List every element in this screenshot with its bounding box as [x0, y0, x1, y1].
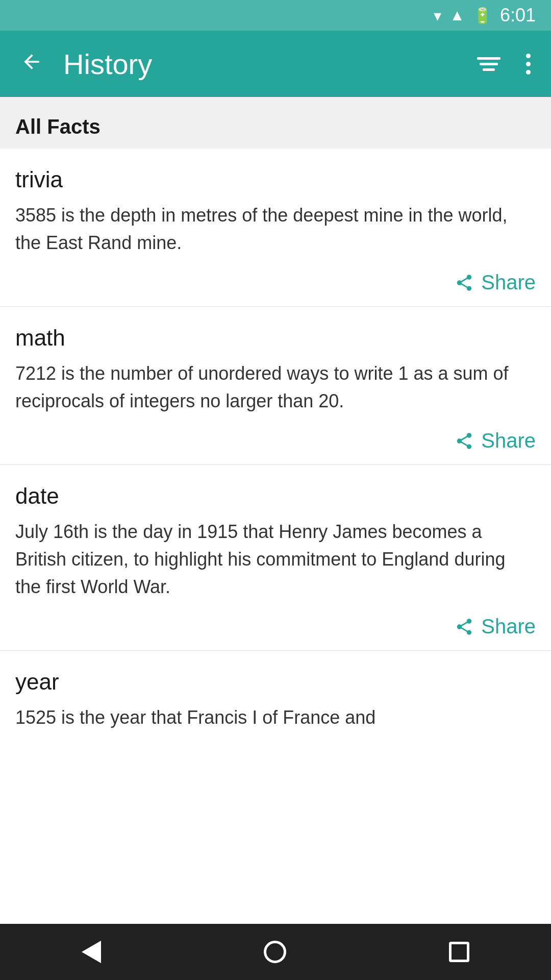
- nav-back-button[interactable]: [74, 933, 109, 971]
- battery-icon: 🔋: [473, 7, 492, 24]
- fact-category-math: math: [15, 325, 536, 351]
- back-button[interactable]: [15, 45, 48, 82]
- share-label-math: Share: [481, 429, 536, 452]
- dot-3: [526, 70, 531, 75]
- fact-text-date: July 16th is the day in 1915 that Henry …: [15, 518, 536, 601]
- fact-item-date: date July 16th is the day in 1915 that H…: [0, 465, 551, 651]
- fact-text-trivia: 3585 is the depth in metres of the deepe…: [15, 202, 536, 257]
- app-bar: History: [0, 31, 551, 97]
- content-area: All Facts trivia 3585 is the depth in me…: [0, 97, 551, 924]
- share-button-date[interactable]: Share: [15, 615, 536, 638]
- signal-icon: ▲: [449, 7, 465, 24]
- page-title: History: [63, 47, 457, 81]
- app-bar-actions: [472, 48, 536, 80]
- nav-recents-button[interactable]: [441, 934, 477, 970]
- share-button-trivia[interactable]: Share: [15, 271, 536, 294]
- nav-home-button[interactable]: [256, 933, 294, 971]
- fact-category-year: year: [15, 669, 536, 695]
- filter-line-2: [480, 63, 498, 65]
- share-button-math[interactable]: Share: [15, 429, 536, 452]
- filter-button[interactable]: [472, 52, 506, 76]
- fact-item-year: year 1525 is the year that Francis I of …: [0, 651, 551, 758]
- status-bar: ▾ ▲ 🔋 6:01: [0, 0, 551, 31]
- nav-bar: [0, 924, 551, 980]
- wifi-icon: ▾: [434, 7, 441, 24]
- fact-category-date: date: [15, 483, 536, 509]
- dot-2: [526, 62, 531, 66]
- more-options-button[interactable]: [521, 48, 536, 80]
- filter-line-3: [483, 68, 495, 71]
- fact-item-trivia: trivia 3585 is the depth in metres of th…: [0, 149, 551, 307]
- fact-text-math: 7212 is the number of unordered ways to …: [15, 360, 536, 415]
- share-icon-trivia: [455, 273, 474, 292]
- filter-line-1: [477, 57, 500, 60]
- share-icon-math: [455, 431, 474, 451]
- nav-recents-icon: [449, 942, 469, 962]
- section-header: All Facts: [0, 97, 551, 149]
- share-label-date: Share: [481, 615, 536, 638]
- dot-1: [526, 54, 531, 58]
- share-icon-date: [455, 617, 474, 636]
- fact-text-year: 1525 is the year that Francis I of Franc…: [15, 704, 536, 731]
- fact-item-math: math 7212 is the number of unordered way…: [0, 307, 551, 465]
- nav-home-icon: [264, 941, 286, 963]
- status-time: 6:01: [500, 5, 536, 26]
- nav-back-icon: [82, 941, 101, 963]
- fact-category-trivia: trivia: [15, 167, 536, 192]
- share-label-trivia: Share: [481, 271, 536, 294]
